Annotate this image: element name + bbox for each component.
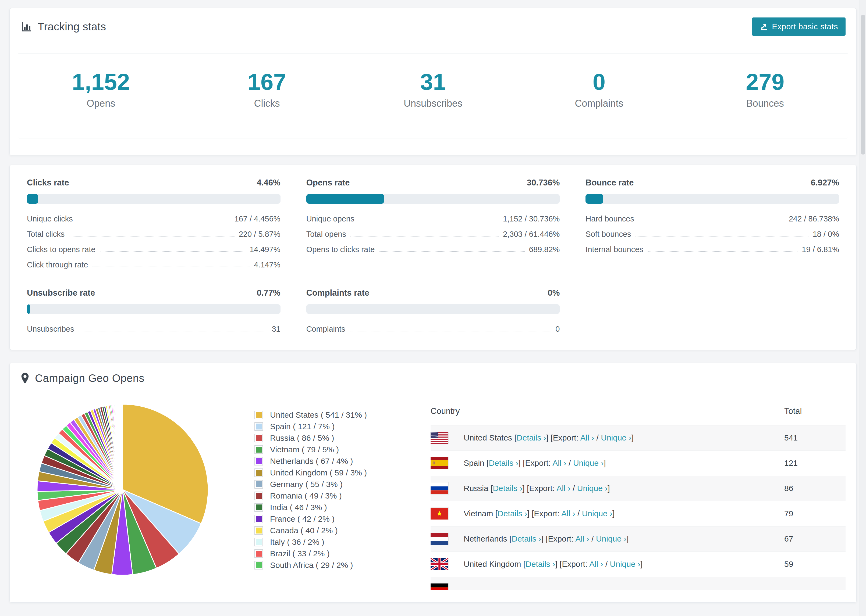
country-name: Vietnam [464,509,495,518]
metric-label: Unique opens [306,214,354,223]
export-button-label: Export basic stats [772,22,838,31]
details-link[interactable]: Details › [498,509,527,518]
geo-table-row-spain: Spain [Details ›] [Export: All › / Uniqu… [431,451,846,476]
stat-card-bounces: 279Bounces [682,53,848,138]
export-all-link[interactable]: All › [580,433,594,442]
stat-value: 1,152 [18,69,184,94]
legend-swatch [254,434,263,442]
legend-label: Vietnam ( 79 / 5% ) [270,445,339,454]
geo-pie-wrap [10,394,238,580]
metric-label: Unique clicks [27,214,73,223]
legend-label: United States ( 541 / 31% ) [270,410,367,420]
metric-row: Total clicks220 / 5.87% [27,230,280,239]
flag-gb-icon [431,558,464,570]
metric-row: Soft bounces18 / 0% [586,230,839,239]
geo-table-row-vietnam: Vietnam [Details ›] [Export: All › / Uni… [431,501,846,526]
metric-value: 4.147% [254,261,280,269]
rate-title: Clicks rate [27,178,69,188]
dotted-leader [379,251,525,252]
scrollbar-thumb[interactable] [861,15,865,154]
export-unique-link[interactable]: Unique › [573,459,603,467]
metric-row: Clicks to opens rate14.497% [27,245,280,254]
rate-block-clicks-rate: Clicks rate4.46%Unique clicks167 / 4.456… [27,178,280,269]
details-link[interactable]: Details › [493,484,522,493]
stat-label: Clicks [184,98,350,109]
geo-table-row-united-kingdom: United Kingdom [Details ›] [Export: All … [431,552,846,577]
rate-title: Complaints rate [306,288,369,298]
export-all-link[interactable]: All › [575,534,589,543]
export-unique-link[interactable]: Unique › [601,433,631,442]
legend-label: South Africa ( 29 / 2% ) [270,561,353,570]
legend-label: Brazil ( 33 / 2% ) [270,549,330,558]
legend-label: India ( 46 / 3% ) [270,503,327,512]
stat-value: 167 [184,69,350,94]
vertical-scrollbar[interactable] [860,0,866,616]
rate-block-unsubscribe-rate: Unsubscribe rate0.77%Unsubscribes31 [27,288,280,333]
progress-bar [27,304,280,314]
geo-opens-table: Country Total United States [Details ›] … [431,399,846,590]
legend-swatch [254,526,263,535]
country-name: United States [464,433,514,442]
details-link[interactable]: Details › [526,559,555,569]
stat-card-opens: 1,152Opens [18,53,184,138]
country-column-header: Country [431,399,784,426]
country-name: United Kingdom [464,559,523,569]
progress-fill [27,194,38,204]
legend-swatch [254,457,263,465]
geo-card-header: Campaign Geo Opens [10,363,856,394]
legend-label: Canada ( 40 / 2% ) [270,526,338,535]
metric-value: 220 / 5.87% [239,230,280,239]
metric-row: Unique clicks167 / 4.456% [27,214,280,223]
rate-title: Unsubscribe rate [27,288,95,298]
metric-label: Click through rate [27,261,88,269]
metric-row: Total opens2,303 / 61.446% [306,230,560,239]
export-unique-link[interactable]: Unique › [610,559,640,569]
stat-value: 279 [682,69,848,94]
export-all-link[interactable]: All › [561,509,575,518]
metric-label: Clicks to opens rate [27,245,96,254]
stat-label: Unsubscribes [350,98,516,109]
metric-value: 242 / 86.738% [789,214,839,223]
flag-nl-icon [431,533,464,545]
dotted-leader [69,236,235,237]
legend-swatch [254,492,263,500]
legend-label: Netherlands ( 67 / 4% ) [270,457,353,466]
dotted-leader [79,331,268,332]
metric-row: Internal bounces19 / 6.81% [586,245,839,254]
export-basic-stats-button[interactable]: Export basic stats [752,17,846,36]
dotted-leader [350,236,499,237]
legend-swatch [254,445,263,454]
dotted-leader [100,251,245,252]
progress-bar [306,304,560,314]
country-total: 121 [784,451,846,476]
geo-table-row-netherlands: Netherlands [Details ›] [Export: All › /… [431,526,846,552]
geo-section-title: Campaign Geo Opens [35,372,145,384]
export-all-link[interactable]: All › [589,559,603,569]
export-unique-link[interactable]: Unique › [577,484,608,493]
tracking-stats-title-wrap: Tracking stats [20,21,106,33]
progress-bar [586,194,839,204]
details-link[interactable]: Details › [516,433,546,442]
export-all-link[interactable]: All › [553,459,567,467]
rate-value: 6.927% [811,178,839,188]
export-unique-link[interactable]: Unique › [582,509,612,518]
metric-value: 31 [272,325,280,333]
legend-item-spain: Spain ( 121 / 7% ) [254,422,416,431]
country-total: 59 [784,552,846,577]
stat-card-unsubscribes: 31Unsubscribes [350,53,516,138]
rates-card: Clicks rate4.46%Unique clicks167 / 4.456… [9,165,857,350]
stat-label: Opens [18,98,184,109]
legend-item-brazil: Brazil ( 33 / 2% ) [254,549,416,558]
metric-value: 0 [555,325,560,333]
rate-value: 0% [548,288,560,298]
export-icon [759,22,768,31]
details-link[interactable]: Details › [489,459,518,467]
details-link[interactable]: Details › [512,534,541,543]
export-all-link[interactable]: All › [556,484,570,493]
legend-label: Italy ( 36 / 2% ) [270,537,324,547]
export-unique-link[interactable]: Unique › [596,534,627,543]
legend-swatch [254,480,263,489]
pie-slice-other-63 [122,404,123,490]
metric-value: 1,152 / 30.736% [503,214,560,223]
metric-row: Click through rate4.147% [27,261,280,269]
